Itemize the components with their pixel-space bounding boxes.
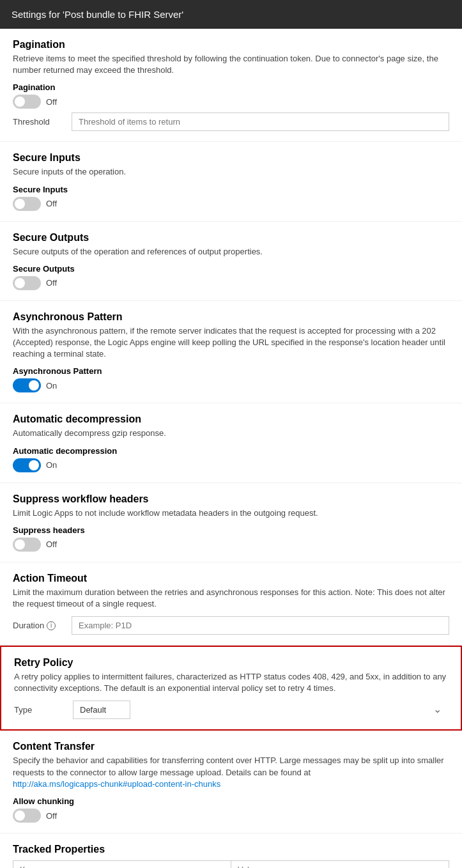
- pagination-slider: [13, 95, 41, 109]
- duration-label: Duration i: [13, 621, 64, 630]
- secure-outputs-slider: [13, 276, 41, 290]
- async-pattern-section: Asynchronous Pattern With the asynchrono…: [0, 301, 462, 404]
- async-pattern-toggle-text: On: [46, 381, 57, 391]
- allow-chunking-slider: [13, 809, 41, 823]
- retry-policy-desc: A retry policy applies to intermittent f…: [14, 671, 448, 694]
- secure-inputs-slider: [13, 197, 41, 211]
- tracked-properties-row: [13, 860, 449, 868]
- secure-outputs-toggle-label: Secure Outputs: [13, 264, 449, 274]
- secure-inputs-title: Secure Inputs: [13, 152, 449, 164]
- suppress-headers-toggle-text: Off: [46, 539, 57, 549]
- allow-chunking-toggle[interactable]: [13, 809, 41, 823]
- action-timeout-section: Action Timeout Limit the maximum duratio…: [0, 562, 462, 646]
- panel-title: Settings for 'Post bundle to FHIR Server…: [12, 9, 183, 20]
- suppress-headers-desc: Limit Logic Apps to not include workflow…: [13, 508, 449, 519]
- pagination-toggle-row: Off: [13, 95, 449, 109]
- panel-body: Pagination Retrieve items to meet the sp…: [0, 29, 462, 868]
- suppress-headers-section: Suppress workflow headers Limit Logic Ap…: [0, 483, 462, 562]
- secure-outputs-section: Secure Outputs Secure outputs of the ope…: [0, 222, 462, 301]
- threshold-row: Threshold: [13, 112, 449, 131]
- pagination-title: Pagination: [13, 39, 449, 50]
- suppress-headers-toggle-row: Off: [13, 538, 449, 552]
- retry-type-select-wrapper: Default None Fixed Exponential: [73, 701, 448, 719]
- suppress-headers-slider: [13, 538, 41, 552]
- async-pattern-toggle-row: On: [13, 378, 449, 392]
- content-transfer-title: Content Transfer: [13, 741, 449, 752]
- retry-type-select[interactable]: Default None Fixed Exponential: [73, 701, 130, 719]
- auto-decomp-toggle-text: On: [46, 460, 57, 470]
- duration-row: Duration i: [13, 616, 449, 635]
- allow-chunking-toggle-text: Off: [46, 811, 57, 821]
- action-timeout-desc: Limit the maximum duration between the r…: [13, 587, 449, 610]
- allow-chunking-toggle-row: Off: [13, 809, 449, 823]
- pagination-desc: Retrieve items to meet the specified thr…: [13, 53, 449, 76]
- retry-type-row: Type Default None Fixed Exponential: [14, 701, 448, 719]
- content-transfer-section: Content Transfer Specify the behavior an…: [0, 731, 462, 833]
- secure-inputs-toggle-label: Secure Inputs: [13, 185, 449, 194]
- auto-decomp-desc: Automatically decompress gzip response.: [13, 428, 449, 439]
- async-pattern-toggle[interactable]: [13, 378, 41, 392]
- secure-inputs-toggle-text: Off: [46, 199, 57, 208]
- secure-outputs-title: Secure Outputs: [13, 232, 449, 244]
- allow-chunking-label: Allow chunking: [13, 796, 449, 806]
- auto-decomp-toggle-row: On: [13, 458, 449, 472]
- secure-outputs-toggle-text: Off: [46, 278, 57, 288]
- pagination-section: Pagination Retrieve items to meet the sp…: [0, 29, 462, 142]
- suppress-headers-toggle-label: Suppress headers: [13, 525, 449, 535]
- suppress-headers-title: Suppress workflow headers: [13, 493, 449, 505]
- action-timeout-title: Action Timeout: [13, 573, 449, 584]
- async-pattern-slider: [13, 378, 41, 392]
- retry-policy-title: Retry Policy: [14, 657, 448, 669]
- suppress-headers-toggle[interactable]: [13, 538, 41, 552]
- secure-outputs-desc: Secure outputs of the operation and refe…: [13, 246, 449, 258]
- secure-outputs-toggle[interactable]: [13, 276, 41, 290]
- pagination-toggle-label: Pagination: [13, 82, 449, 92]
- async-pattern-desc: With the asynchronous pattern, if the re…: [13, 325, 449, 360]
- auto-decomp-title: Automatic decompression: [13, 414, 449, 425]
- async-pattern-title: Asynchronous Pattern: [13, 311, 449, 323]
- tracked-properties-section: Tracked Properties: [0, 833, 462, 868]
- content-transfer-link[interactable]: http://aka.ms/logicapps-chunk#upload-con…: [13, 779, 220, 789]
- duration-info-icon[interactable]: i: [47, 621, 56, 630]
- secure-outputs-toggle-row: Off: [13, 276, 449, 290]
- tracked-key-input[interactable]: [13, 860, 231, 868]
- secure-inputs-section: Secure Inputs Secure inputs of the opera…: [0, 142, 462, 221]
- secure-inputs-desc: Secure inputs of the operation.: [13, 166, 449, 178]
- auto-decomp-section: Automatic decompression Automatically de…: [0, 403, 462, 483]
- auto-decomp-toggle[interactable]: [13, 458, 41, 472]
- secure-inputs-toggle-row: Off: [13, 197, 449, 211]
- tracked-value-input[interactable]: [231, 860, 449, 868]
- auto-decomp-slider: [13, 458, 41, 472]
- threshold-label: Threshold: [13, 117, 64, 127]
- threshold-input[interactable]: [72, 112, 449, 131]
- auto-decomp-toggle-label: Automatic decompression: [13, 446, 449, 456]
- panel-header: Settings for 'Post bundle to FHIR Server…: [0, 0, 462, 29]
- settings-panel: Settings for 'Post bundle to FHIR Server…: [0, 0, 462, 868]
- pagination-toggle-text: Off: [46, 97, 57, 107]
- async-pattern-toggle-label: Asynchronous Pattern: [13, 366, 449, 376]
- tracked-properties-title: Tracked Properties: [13, 844, 449, 855]
- retry-type-label: Type: [14, 705, 65, 715]
- retry-policy-section: Retry Policy A retry policy applies to i…: [0, 646, 462, 731]
- duration-input[interactable]: [72, 616, 449, 635]
- content-transfer-desc: Specify the behavior and capabilities fo…: [13, 755, 449, 790]
- pagination-toggle[interactable]: [13, 95, 41, 109]
- secure-inputs-toggle[interactable]: [13, 197, 41, 211]
